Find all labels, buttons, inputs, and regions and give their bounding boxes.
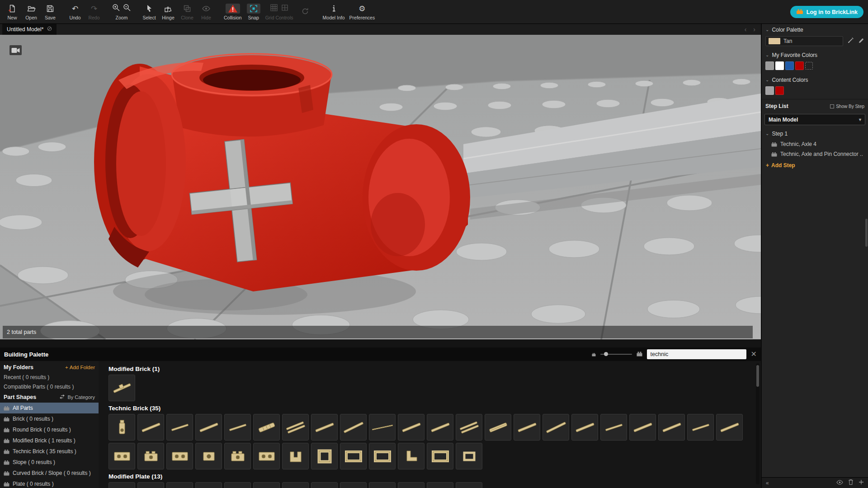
tab-scroll-right-icon[interactable]: › [753,26,755,33]
step-1-row[interactable]: ⌄ Step 1 [762,128,868,139]
part-thumbnail[interactable] [137,482,164,488]
content-color-swatch[interactable] [765,86,774,95]
favorite-color-swatch[interactable] [795,61,804,70]
part-thumbnail[interactable] [108,482,135,488]
new-button[interactable]: New [3,0,22,23]
login-button[interactable]: Log in to BrickLink [790,6,863,18]
part-thumbnail[interactable] [716,414,743,441]
part-thumbnail[interactable] [166,414,193,441]
part-thumbnail[interactable] [195,414,222,441]
part-thumbnail[interactable] [195,443,222,469]
open-button[interactable]: Open [22,0,41,23]
redo-button[interactable]: ↷ Redo [85,0,104,23]
part-thumbnail[interactable] [224,414,251,441]
scrollbar-thumb[interactable] [756,365,759,387]
zoom-button[interactable]: Zoom [109,0,134,23]
part-thumbnail[interactable] [514,414,540,441]
part-shape-item[interactable]: Round Brick ( 0 results ) [0,424,99,435]
part-thumbnail[interactable] [224,443,251,469]
part-thumbnail[interactable] [253,443,280,469]
color-palette-header[interactable]: ⌄ Color Palette [762,24,868,35]
thumbnail-size-slider[interactable] [600,354,632,355]
part-shape-item[interactable]: Modified Brick ( 1 results ) [0,435,99,446]
part-thumbnail[interactable] [108,443,135,469]
model-info-button[interactable]: Model Info [321,0,347,23]
part-thumbnail[interactable] [398,482,425,488]
part-thumbnail[interactable] [137,414,164,441]
part-shape-item[interactable]: All Parts [0,403,99,413]
part-thumbnail[interactable] [658,414,685,441]
part-thumbnail[interactable] [369,443,396,469]
3d-scene[interactable] [0,35,761,339]
part-thumbnail[interactable] [137,443,164,469]
part-thumbnail[interactable] [340,482,367,488]
visibility-eye-icon[interactable] [836,480,843,486]
part-thumbnail[interactable] [369,482,396,488]
collision-button[interactable]: Collision [222,0,244,23]
add-step-button[interactable]: + Add Step [762,159,868,172]
add-icon[interactable] [859,479,864,486]
part-thumbnail[interactable] [311,443,338,469]
part-thumbnail[interactable] [253,414,280,441]
part-thumbnail[interactable] [195,482,222,488]
favorite-color-swatch[interactable] [775,61,784,70]
part-thumbnail[interactable] [311,414,338,441]
part-shape-item[interactable]: Plate ( 0 results ) [0,479,99,488]
part-shape-item[interactable]: Brick ( 0 results ) [0,413,99,424]
part-shape-item[interactable]: Slope ( 0 results ) [0,457,99,468]
part-thumbnail[interactable] [282,482,309,488]
step-part-item[interactable]: Technic, Axle and Pin Connector .. [762,149,868,159]
tab-untitled-model[interactable]: Untitled Model* [2,24,57,35]
part-thumbnail[interactable] [224,482,251,488]
part-thumbnail[interactable] [571,414,598,441]
content-color-swatch[interactable] [775,86,784,95]
part-thumbnail[interactable] [108,414,135,441]
part-shape-item[interactable]: Curved Brick / Slope ( 0 results ) [0,468,99,479]
folder-item-recent[interactable]: Recent ( 0 results ) [0,373,99,382]
part-thumbnail[interactable] [340,443,367,469]
save-button[interactable]: Save [41,0,60,23]
favorite-color-swatch[interactable] [785,61,794,70]
favorite-colors-header[interactable]: ⌄ My Favorite Colors [762,49,868,60]
close-palette-icon[interactable]: ✕ [751,351,757,358]
part-thumbnail[interactable] [427,443,453,469]
part-thumbnail[interactable] [427,414,453,441]
folder-item-compatible[interactable]: Compatible Parts ( 0 results ) [0,382,99,392]
hide-button[interactable]: Hide [197,0,216,23]
select-button[interactable]: Select [140,0,159,23]
part-thumbnail[interactable] [398,414,425,441]
step-part-item[interactable]: Technic, Axle 4 [762,139,868,149]
favorite-color-swatch[interactable] [765,61,774,70]
collapse-panel-icon[interactable]: « [766,480,769,486]
part-thumbnail[interactable] [456,443,482,469]
part-thumbnail[interactable] [253,482,280,488]
part-thumbnail[interactable] [600,414,627,441]
paint-brush-icon[interactable] [847,37,854,45]
tab-close-icon[interactable] [47,26,52,33]
part-thumbnail[interactable] [369,414,396,441]
add-folder-button[interactable]: +Add Folder [65,365,95,370]
preferences-button[interactable]: ⚙ Preferences [347,0,377,23]
part-thumbnail[interactable] [166,443,193,469]
current-color-selector[interactable]: Tan [765,36,843,46]
part-thumbnail[interactable] [427,482,453,488]
hinge-button[interactable]: Hinge [159,0,178,23]
part-thumbnail[interactable] [282,414,309,441]
part-thumbnail[interactable] [456,482,482,488]
part-thumbnail[interactable] [108,375,135,401]
palette-scrollbar[interactable] [756,363,760,484]
undo-button[interactable]: ↶ Undo [66,0,85,23]
by-category-toggle[interactable]: By Category [59,394,95,400]
tab-scroll-left-icon[interactable]: ‹ [745,26,747,33]
show-by-step-toggle[interactable]: Show By Step [830,104,864,109]
part-thumbnail[interactable] [629,414,656,441]
add-favorite-color-swatch[interactable] [805,62,813,70]
part-thumbnail[interactable] [542,414,569,441]
part-thumbnail[interactable] [282,443,309,469]
snap-button[interactable]: Snap [244,0,263,23]
checkbox-icon[interactable] [830,104,834,108]
part-thumbnail[interactable] [398,443,425,469]
content-colors-header[interactable]: ⌄ Content Colors [762,74,868,85]
part-thumbnail[interactable] [456,414,482,441]
grid-controls-button[interactable]: Grid Controls [263,0,296,23]
